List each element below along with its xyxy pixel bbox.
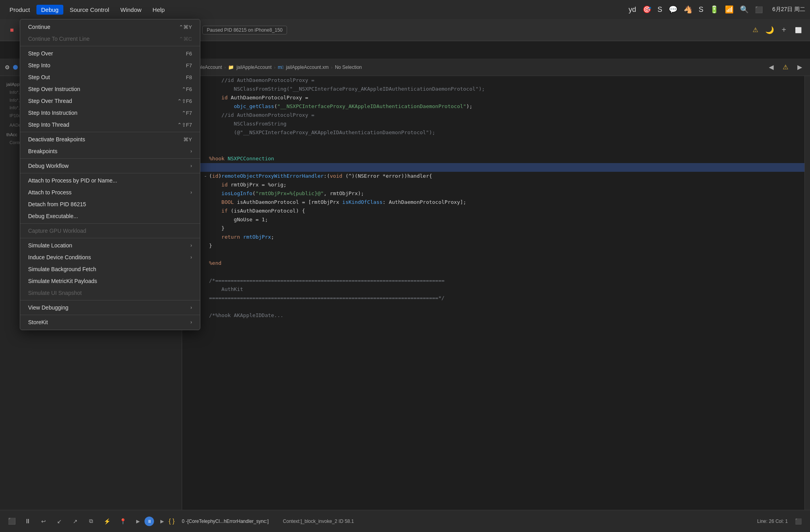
code-line-38: 38: [182, 268, 810, 276]
menu-div-8: [20, 315, 200, 315]
code-line-28: 28 id rmtObjPrx = %orig;: [182, 180, 810, 189]
menu-simulate-bg-fetch[interactable]: Simulate Background Fetch: [20, 263, 200, 275]
code-line-29: 29 iosLogInfo("rmtObjPrx=%{public}@", rm…: [182, 189, 810, 198]
line-code-20b: NSClassFromString("__NSXPCInterfaceProxy…: [209, 85, 810, 93]
menubar-icon-wifi[interactable]: 📶: [725, 5, 734, 14]
bc-arrow-2: ›: [274, 65, 276, 70]
menu-step-over[interactable]: Step Over F6: [20, 48, 200, 59]
toolbar-env-btn[interactable]: 🌙: [764, 25, 775, 36]
menu-dw-chevron: ›: [190, 163, 192, 169]
code-line-32: 32 gNoUse = 1;: [182, 215, 810, 224]
editor-next-btn[interactable]: ▶: [794, 62, 805, 73]
code-line-40: 40 AuthKit: [182, 285, 810, 294]
toolbar-warning-icon[interactable]: ⚠: [750, 25, 761, 36]
menubar-icon-battery[interactable]: 🔋: [710, 5, 719, 14]
code-content[interactable]: 20 //id AuthDaemonProtocolProxy = NSClas…: [182, 76, 810, 510]
menubar-icon-yd[interactable]: yd: [629, 6, 636, 14]
menu-step-out[interactable]: Step Out F8: [20, 71, 200, 83]
menu-debug-executable[interactable]: Debug Executable...: [20, 210, 200, 222]
menu-debug-workflow[interactable]: Debug Workflow ›: [20, 160, 200, 172]
menu-continue-to-line: Continue To Current Line ⌃⌘C: [20, 33, 200, 45]
menu-induce-device[interactable]: Induce Device Conditions ›: [20, 251, 200, 263]
code-line-27: 27 - (id)remoteObjectProxyWithErrorHandl…: [182, 172, 810, 180]
status-right-area: Line: 26 Col: 1 ⬛: [757, 516, 804, 527]
bc-file[interactable]: jailAppleAccount.xm: [286, 65, 329, 70]
status-layout-toggle[interactable]: ⬛: [793, 516, 804, 527]
status-thread-btn[interactable]: ⏸: [145, 517, 154, 526]
code-line-31: 31 if (isAuthDaemonProtocol) {: [182, 207, 810, 215]
line-code-31: if (isAuthDaemonProtocol) {: [209, 207, 810, 215]
menu-help[interactable]: Help: [148, 5, 169, 15]
menubar-icon-horse[interactable]: 🐴: [684, 5, 692, 14]
code-line-20b: NSClassFromString("__NSXPCInterfaceProxy…: [182, 85, 810, 93]
status-home-btn[interactable]: ⬛: [6, 516, 17, 527]
status-pause-btn[interactable]: ⏸: [22, 516, 33, 527]
menu-sii-sc: ⌃F7: [182, 110, 192, 116]
bc-arrow-1: ›: [224, 65, 226, 70]
editor-warning-icon[interactable]: ⚠: [780, 62, 791, 73]
paused-status: Paused PID 86215 on iPhone8_150: [202, 26, 287, 34]
menu-debug[interactable]: Debug: [36, 5, 63, 15]
bc-selection[interactable]: No Selection: [335, 65, 362, 70]
code-line-30: 30 BOOL isAuthDaemonProtocol = [rmtObjPr…: [182, 198, 810, 207]
line-code-32: gNoUse = 1;: [209, 215, 810, 224]
status-simulate-btn[interactable]: 📍: [117, 516, 128, 527]
menubar-icon-notch[interactable]: ⬛: [755, 6, 763, 13]
toolbar-add-btn[interactable]: +: [778, 25, 789, 36]
code-line-42: 42: [182, 302, 810, 311]
menu-storekit[interactable]: StoreKit ›: [20, 316, 200, 328]
status-step-over-btn[interactable]: ↩: [38, 516, 49, 527]
menu-simulate-metrickit[interactable]: Simulate MetricKit Payloads: [20, 275, 200, 287]
right-scrollbar[interactable]: [804, 76, 810, 510]
menu-idc-chevron: ›: [190, 255, 192, 260]
menu-div-2: [20, 132, 200, 132]
code-line-37: 37 %end: [182, 259, 810, 268]
menu-continue[interactable]: Continue ⌃⌘Y: [20, 21, 200, 33]
code-line-41: 41 =====================================…: [182, 294, 810, 302]
toolbar-layout-btn[interactable]: ⬜: [793, 25, 804, 36]
menu-step-into-inst[interactable]: Step Into Instruction ⌃F7: [20, 107, 200, 119]
menu-view-debugging[interactable]: View Debugging ›: [20, 302, 200, 314]
status-step-into-btn[interactable]: ↙: [54, 516, 65, 527]
menu-window[interactable]: Window: [116, 5, 146, 15]
menu-step-into-thread[interactable]: Step Into Thread ⌃⇧F7: [20, 119, 200, 131]
menu-attach-by-pid[interactable]: Attach to Process by PID or Name...: [20, 175, 200, 186]
menu-vd-chevron: ›: [190, 305, 192, 310]
menu-div-3: [20, 158, 200, 159]
line-code-41: ========================================…: [209, 294, 810, 302]
menubar-icon-bear[interactable]: 🎯: [643, 5, 651, 14]
bc-group[interactable]: jailAppleAccount: [236, 65, 272, 70]
line-code-20: //id AuthDaemonProtocolProxy =: [209, 76, 810, 85]
status-copy-btn[interactable]: ⧉: [86, 516, 97, 527]
menu-deactivate-bp[interactable]: Deactivate Breakpoints ⌘Y: [20, 133, 200, 145]
toolbar-stop-btn[interactable]: ■: [6, 25, 17, 36]
menubar-icon-chat[interactable]: 💬: [669, 5, 677, 14]
menubar-datetime: 6月27日 周二: [772, 6, 805, 13]
menu-detach[interactable]: Detach from PID 86215: [20, 198, 200, 210]
menu-div-6: [20, 238, 200, 238]
line-ind-27: -: [202, 172, 209, 180]
menu-source-control[interactable]: Source Control: [65, 5, 114, 15]
menu-step-over-inst[interactable]: Step Over Instruction ⌃F6: [20, 83, 200, 95]
menubar-icon-s1[interactable]: S: [658, 6, 662, 14]
editor-prev-btn[interactable]: ◀: [766, 62, 777, 73]
line-code-29: iosLogInfo("rmtObjPrx=%{public}@", rmtOb…: [209, 189, 810, 198]
menu-step-into[interactable]: Step Into F7: [20, 59, 200, 71]
menu-continue-shortcut: ⌃⌘Y: [179, 24, 192, 30]
menu-attach-to-process[interactable]: Attach to Process ›: [20, 186, 200, 198]
bc-file-icon: m⃣: [278, 65, 283, 70]
menu-breakpoints[interactable]: Breakpoints ›: [20, 145, 200, 157]
menu-product[interactable]: Product: [5, 5, 35, 15]
line-code-22: //id AuthDaemonProtocolProxy =: [209, 111, 810, 120]
menu-step-over-thread[interactable]: Step Over Thread ⌃⇧F6: [20, 95, 200, 107]
menu-simulate-location[interactable]: Simulate Location ›: [20, 239, 200, 251]
status-memory-btn[interactable]: ⚡: [101, 516, 112, 527]
status-step-out-btn[interactable]: ↗: [70, 516, 81, 527]
menu-step-out-sc: F8: [186, 74, 192, 80]
menu-sot-sc: ⌃⇧F6: [177, 98, 192, 104]
menu-step-over-sc: F6: [186, 51, 192, 57]
code-line-21: 21 id AuthDaemonProtocolProxy =: [182, 93, 810, 102]
menubar-icon-s2[interactable]: S: [699, 6, 704, 14]
menubar-icon-search[interactable]: 🔍: [740, 5, 749, 14]
menu-sl-chevron: ›: [190, 243, 192, 248]
